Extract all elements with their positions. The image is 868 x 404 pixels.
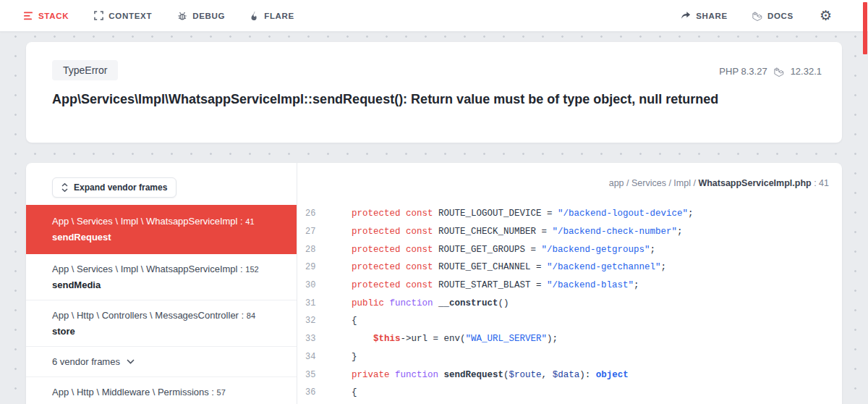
frame-path: App \ Services \ Impl \ WhatsappServiceI… [52,261,286,277]
top-nav-bar: STACK CONTEXT DEBUG FLARE SHA [0,0,868,32]
code-line-content: { [330,316,357,326]
tab-stack-label: STACK [38,12,69,20]
code-line-content: protected const ROUTE_LOGOUT_DEVICE = "/… [330,209,694,219]
error-message: App\Services\Impl\WhatsappServiceImpl::s… [52,91,813,108]
breadcrumb-line-number: : 41 [812,178,829,188]
stack-frames-list: App \ Services \ Impl \ WhatsappServiceI… [26,205,297,404]
code-line-content: protected const ROUTE_START_BLAST = "/ba… [330,280,639,290]
code-line: 35private function sendRequest($route, $… [297,366,842,384]
code-snippet-panel: app / Services / Impl / WhatsappServiceI… [297,163,842,404]
code-line-content: private function sendRequest($route, $da… [330,370,629,380]
breadcrumb-path: app / Services / Impl / [609,178,699,188]
frame-line-number: 57 [217,388,226,397]
stack-trace-card: Expand vendor frames App \ Services \ Im… [26,163,842,404]
laravel-logo-icon [774,67,784,77]
code-line: 32{ [297,312,842,330]
share-label: SHARE [696,12,728,20]
frame-line-number: 84 [247,311,255,320]
code-line: 28protected const ROUTE_GET_GROUPS = "/b… [297,240,842,258]
tab-debug[interactable]: DEBUG [177,11,225,21]
tab-context[interactable]: CONTEXT [94,11,152,20]
laravel-version: 12.32.1 [791,66,822,77]
code-line-content: } [330,352,357,362]
stack-frame[interactable]: App \ Http \ Middleware \ Permissions : … [26,377,297,404]
breadcrumb-file: WhatsappServiceImpl.php [698,178,811,188]
frame-method: sendRequest [52,230,286,245]
frame-method: sendMedia [52,277,286,293]
tab-flare-label: FLARE [264,12,294,20]
frame-path: App \ Services \ Impl \ WhatsappServiceI… [52,214,286,230]
line-number: 27 [297,227,330,237]
tab-stack[interactable]: STACK [24,12,69,20]
line-number: 26 [297,209,330,219]
file-breadcrumb: app / Services / Impl / WhatsappServiceI… [609,178,829,188]
error-summary-card: TypeError PHP 8.3.27 12.32.1 App\Service… [26,42,842,143]
chevron-down-icon [127,359,135,364]
code-line-content: protected const ROUTE_GET_GROUPS = "/bac… [330,245,655,255]
line-number: 34 [297,352,330,362]
sort-arrows-icon [61,183,68,192]
code-line: 36{ [297,384,842,402]
code-line: 33$this->url = env("WA_URL_SERVER"); [297,330,842,348]
line-number: 28 [297,245,330,255]
nav-actions: SHARE DOCS ⚙ [681,9,832,22]
frame-line-number: 41 [245,217,254,226]
stack-frame[interactable]: App \ Services \ Impl \ WhatsappServiceI… [26,254,297,300]
gear-icon[interactable]: ⚙ [820,9,832,22]
code-line-content: $this->url = env("WA_URL_SERVER"); [330,334,558,344]
vendor-frames-toggle[interactable]: 6 vendor frames [26,347,297,377]
stack-frame[interactable]: App \ Services \ Impl \ WhatsappServiceI… [26,205,297,254]
context-frame-icon [94,11,103,20]
line-number: 33 [297,334,330,344]
line-number: 32 [297,316,330,326]
tab-flare[interactable]: FLARE [250,11,294,21]
tab-debug-label: DEBUG [192,12,225,20]
php-version: PHP 8.3.27 [719,66,767,77]
line-number: 29 [297,262,330,272]
stack-frames-panel: Expand vendor frames App \ Services \ Im… [26,163,297,404]
docs-label: DOCS [767,12,793,20]
code-line-content: public function __construct() [330,298,509,308]
line-number: 30 [297,280,330,290]
expand-vendor-frames-label: Expand vendor frames [74,182,167,193]
stack-lines-icon [24,12,33,20]
line-number: 35 [297,370,330,380]
environment-meta: PHP 8.3.27 12.32.1 [719,66,822,77]
line-number: 36 [297,387,330,397]
tab-context-label: CONTEXT [109,12,152,20]
code-line: 26protected const ROUTE_LOGOUT_DEVICE = … [297,205,842,223]
vendor-frames-label: 6 vendor frames [52,356,120,367]
code-line: 27protected const ROUTE_CHECK_NUMBER = "… [297,223,842,241]
code-line: 29protected const ROUTE_GET_CHANNEL = "/… [297,258,842,277]
line-number: 31 [297,298,330,308]
frame-method: store [52,324,286,339]
code-line: 31public function __construct() [297,294,842,312]
code-line: 34} [297,348,842,366]
code-line-content: protected const ROUTE_CHECK_NUMBER = "/b… [330,227,683,237]
code-lines: 26protected const ROUTE_LOGOUT_DEVICE = … [297,205,842,402]
exception-class-badge: TypeError [52,60,118,80]
share-button[interactable]: SHARE [681,11,728,20]
bug-icon [177,11,187,21]
code-line-content: protected const ROUTE_GET_CHANNEL = "/ba… [330,262,666,272]
expand-vendor-frames-button[interactable]: Expand vendor frames [52,177,176,198]
frame-line-number: 152 [245,265,258,274]
frame-path: App \ Http \ Controllers \ MessagesContr… [52,308,286,324]
share-arrow-icon [681,11,691,20]
code-line: 30protected const ROUTE_START_BLAST = "/… [297,277,842,295]
flare-flame-icon [250,11,259,21]
nav-tabs: STACK CONTEXT DEBUG FLARE [24,11,294,21]
docs-button[interactable]: DOCS [752,11,793,21]
scrollbar-thumb[interactable] [863,2,867,54]
stack-frame[interactable]: App \ Http \ Controllers \ MessagesContr… [26,300,297,347]
laravel-logo-icon [752,11,762,21]
code-line-content: { [330,387,357,397]
frame-path: App \ Http \ Middleware \ Permissions : … [52,384,286,400]
